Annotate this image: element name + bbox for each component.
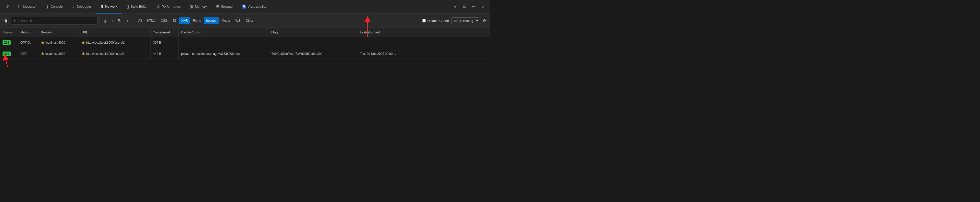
col-header-url: URL	[79, 28, 151, 37]
split-btn[interactable]: ⧉	[460, 3, 469, 11]
gear-icon: ⚙	[483, 18, 486, 23]
col-header-transferred: Transferred	[151, 28, 179, 37]
status-badge-204: 204	[3, 40, 11, 45]
disable-cache-wrap[interactable]: Disable Cache	[422, 19, 449, 23]
tab-accessibility[interactable]: ♿ Accessibility	[237, 0, 271, 14]
tab-bar: ↺ ☐ Inspector ❯ Console ▷ Debugger ⇅ Net…	[0, 0, 490, 14]
close-icon: ✕	[481, 4, 485, 9]
clear-button[interactable]: 🗑	[2, 17, 10, 24]
table-row[interactable]: 200 GET 🔒 localhost:3000 🔒 http://localh…	[0, 48, 490, 59]
pill-xhr[interactable]: XHR	[179, 17, 190, 24]
settings-button[interactable]: ⚙	[481, 17, 488, 24]
status-badge-200: 200	[3, 51, 11, 56]
tab-actions-group: » ⧉ ••• ✕	[451, 3, 489, 11]
col-header-last-modified: Last-Modified	[357, 28, 408, 37]
performance-icon: ◎	[157, 4, 160, 9]
plus-icon: +	[111, 19, 113, 23]
pill-html[interactable]: HTML	[145, 17, 158, 24]
pause-icon: ||	[104, 19, 106, 23]
cell-etag-0	[268, 37, 357, 48]
col-header-status: Status	[0, 28, 18, 37]
col-header-method: Method	[18, 28, 38, 37]
block-icon: ⊘	[125, 19, 128, 23]
tab-network[interactable]: ⇅ Network	[96, 0, 122, 14]
search-button[interactable]: 🔍	[116, 17, 123, 24]
table-header: Status Method Domain URL Transferred Cac…	[0, 28, 490, 37]
cell-domain-1: 🔒 localhost:3000	[38, 48, 79, 59]
cell-method-1: GET	[18, 48, 38, 59]
add-button[interactable]: +	[109, 17, 116, 24]
cell-method-0: OPTIO...	[18, 37, 38, 48]
split-icon: ⧉	[463, 5, 466, 9]
lock-icon-url-0: 🔒	[82, 41, 85, 44]
lock-icon-0: 🔒	[41, 41, 45, 44]
pill-other[interactable]: Other	[243, 17, 256, 24]
memory-icon: ▣	[190, 4, 193, 9]
network-toolbar: 🗑 ▼ || + 🔍 ⊘ All	[0, 14, 490, 28]
filter-url-input[interactable]	[18, 19, 95, 23]
extra-toolbar-btns: || + 🔍 ⊘	[102, 17, 130, 24]
network-icon: ⇅	[100, 4, 103, 9]
table-row[interactable]: 204 OPTIO... 🔒 localhost:3000 🔒 http://l…	[0, 37, 490, 48]
style-editor-icon: {}	[127, 4, 129, 9]
cell-etag-1: "699f01d7bef8c1b7356fc0fb9d68d20b"	[268, 48, 357, 59]
pause-button[interactable]: ||	[102, 17, 108, 24]
pill-media[interactable]: Media	[219, 17, 232, 24]
more-btn[interactable]: •••	[469, 3, 478, 11]
tab-inspector[interactable]: ☐ Inspector	[14, 0, 41, 14]
lock-icon-1: 🔒	[41, 52, 45, 55]
devtools-window: ↺ ☐ Inspector ❯ Console ▷ Debugger ⇅ Net…	[0, 0, 490, 59]
pill-all[interactable]: All	[136, 17, 144, 24]
disable-cache-checkbox[interactable]	[422, 19, 426, 22]
cell-status-0: 204	[0, 37, 18, 48]
filter-url-input-wrap[interactable]: ▼	[11, 17, 97, 24]
pill-ws[interactable]: WS	[233, 17, 243, 24]
tab-memory[interactable]: ▣ Memory	[185, 0, 212, 14]
filter-pills: All HTML CSS JS XHR Fonts Images Media	[136, 17, 256, 24]
inspector-icon: ☐	[18, 4, 21, 9]
overflow-btn[interactable]: »	[451, 3, 460, 11]
console-icon: ❯	[46, 4, 49, 9]
cell-domain-0: 🔒 localhost:3000	[38, 37, 79, 48]
cell-url-1: 🔒 http://localhost:3000/users/1	[79, 48, 151, 59]
throttling-select[interactable]: No Throttling Slow 3G Fast 3G Offline	[452, 17, 479, 24]
more-icon: •••	[472, 5, 476, 9]
reload-icon: ↺	[6, 4, 9, 9]
accessibility-icon: ♿	[242, 4, 247, 9]
table-body: 204 OPTIO... 🔒 localhost:3000 🔒 http://l…	[0, 37, 490, 59]
pill-fonts[interactable]: Fonts	[191, 17, 204, 24]
tab-debugger[interactable]: ▷ Debugger	[67, 0, 96, 14]
filter-icon: ▼	[13, 19, 16, 23]
cell-url-0: 🔒 http://localhost:3000/users/1	[79, 37, 151, 48]
pill-css[interactable]: CSS	[158, 17, 170, 24]
cell-transferred-0: 307 B	[151, 37, 179, 48]
debugger-icon: ▷	[72, 4, 75, 9]
close-btn[interactable]: ✕	[479, 3, 487, 11]
tab-reload[interactable]: ↺	[1, 0, 14, 14]
pill-js[interactable]: JS	[170, 17, 179, 24]
cell-cache-control-0	[179, 37, 268, 48]
magnify-icon: 🔍	[118, 19, 121, 23]
storage-icon: ☰	[216, 4, 220, 9]
tab-performance[interactable]: ◎ Performance	[152, 0, 185, 14]
col-header-cache-control: Cache-Control	[179, 28, 268, 37]
block-button[interactable]: ⊘	[123, 17, 130, 24]
cell-last-modified-0	[357, 37, 408, 48]
tab-console[interactable]: ❯ Console	[41, 0, 67, 14]
tab-storage[interactable]: ☰ Storage	[212, 0, 237, 14]
cell-transferred-1: 442 B	[151, 48, 179, 59]
cell-cache-control-1: private, no-cache, max-age=31536000, mu.…	[179, 48, 268, 59]
pill-images[interactable]: Images	[204, 17, 219, 24]
cell-status-1: 200	[0, 48, 18, 59]
cell-last-modified-1: Tue, 20 Dec 2022 00:00:...	[357, 48, 408, 59]
lock-icon-url-1: 🔒	[82, 52, 85, 55]
tab-style-editor[interactable]: {} Style Editor	[122, 0, 152, 14]
trash-icon: 🗑	[4, 19, 8, 23]
col-header-etag: ETag	[268, 28, 357, 37]
col-header-domain: Domain	[38, 28, 79, 37]
